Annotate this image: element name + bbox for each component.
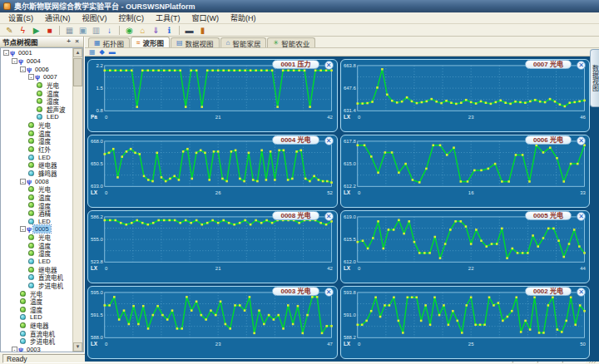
- home-icon[interactable]: ⌂: [136, 25, 149, 36]
- tab-0[interactable]: ▦拓扑图: [88, 37, 130, 47]
- chart-title: 0006 光电: [525, 135, 572, 145]
- image-icon[interactable]: ▣: [77, 25, 89, 36]
- play-icon[interactable]: ▶: [30, 25, 42, 36]
- tree-expand-icon[interactable]: -: [20, 226, 26, 232]
- chart-panel: 586.2555.0523.802142LX0008 光电✕: [87, 210, 338, 283]
- chart-close-button[interactable]: ✕: [577, 61, 586, 70]
- download-arrow-icon[interactable]: ↓: [103, 25, 116, 36]
- y-tick-label: 615.0: [343, 161, 356, 166]
- tree-expand-icon[interactable]: -: [12, 58, 17, 64]
- pin-icon[interactable]: +: [65, 38, 72, 46]
- scroll-up-icon[interactable]: ▲: [73, 48, 82, 57]
- tree-expand-icon[interactable]: -: [20, 66, 26, 72]
- sensor-icon: [20, 307, 26, 312]
- chart-close-button[interactable]: ✕: [324, 212, 334, 221]
- y-tick-label: 588.2: [343, 335, 355, 340]
- x-tick-label: 50: [580, 342, 586, 347]
- chart-close-button[interactable]: ✕: [577, 212, 586, 221]
- chart-close-button[interactable]: ✕: [324, 136, 334, 145]
- chart-grid-icon[interactable]: ▦: [89, 48, 96, 56]
- tree-item-label: 湿度: [28, 305, 44, 314]
- chart-title: 0003 光电: [272, 287, 319, 296]
- tree-scrollbar[interactable]: ▲ ▼: [72, 48, 82, 352]
- node-antenna-icon: ψ: [18, 57, 23, 65]
- x-tick-label: 42: [327, 115, 333, 120]
- menu-item-1[interactable]: 通讯(N): [39, 12, 77, 23]
- menu-item-5[interactable]: 窗口(W): [186, 12, 225, 23]
- tree-item-湿度[interactable]: 湿度: [1, 249, 72, 258]
- layout-icon[interactable]: ▦: [63, 25, 76, 36]
- x-tick-label: 26: [215, 190, 221, 195]
- sensor-icon: [37, 106, 42, 112]
- tree-item-label: 湿度: [37, 248, 52, 258]
- exit-door-icon[interactable]: ▮: [196, 25, 209, 36]
- y-tick-label: 668.0: [91, 139, 104, 144]
- y-tick-label: 1.5: [97, 86, 104, 91]
- tree-expand-icon[interactable]: -: [12, 347, 17, 352]
- scroll-thumb[interactable]: [73, 58, 82, 86]
- tree-item-光电[interactable]: 光电: [1, 81, 72, 90]
- collapse-minus-icon[interactable]: ▬: [109, 48, 116, 56]
- toolbar-separator: [59, 26, 60, 35]
- go-icon[interactable]: ◉: [123, 25, 136, 36]
- tree-item-label: LED: [45, 113, 61, 121]
- tab-4[interactable]: ✳智能农业: [267, 37, 315, 47]
- chart-close-button[interactable]: ✕: [324, 61, 334, 70]
- workspace: 节点树视图 + × -ψ0001-ψ0004-ψ0006-ψ0007光电温度湿度…: [0, 37, 599, 352]
- sensor-icon: [28, 146, 34, 152]
- tree-item-label: 0001: [17, 49, 34, 57]
- tree-item-超声波[interactable]: 超声波: [1, 105, 72, 113]
- sensor-icon: [37, 98, 42, 104]
- tree-expand-icon[interactable]: -: [3, 50, 9, 56]
- window-icon[interactable]: ▥: [90, 25, 102, 36]
- x-tick-label: 47: [327, 342, 333, 347]
- chart-close-button[interactable]: ✕: [324, 288, 334, 297]
- tree-expand-icon[interactable]: -: [20, 179, 26, 184]
- tree-item-湿度[interactable]: 湿度: [1, 306, 72, 314]
- tree-item-0007[interactable]: -ψ0007: [1, 73, 72, 81]
- scroll-down-icon[interactable]: ▼: [73, 342, 82, 352]
- x-tick-label: 0: [358, 190, 361, 195]
- lightning-icon[interactable]: ϟ: [17, 25, 29, 36]
- tree-item-label: 超声波: [45, 105, 67, 114]
- tree-item-酒精[interactable]: 酒精: [1, 209, 72, 218]
- chart-close-button[interactable]: ✕: [577, 288, 586, 297]
- menu-item-0[interactable]: 设置(S): [2, 12, 39, 23]
- info-icon[interactable]: ℹ: [163, 25, 176, 36]
- menu-item-3[interactable]: 控制(C): [113, 12, 151, 23]
- tab-1[interactable]: ≈波形图: [131, 37, 170, 47]
- x-tick-label: 21: [215, 266, 221, 271]
- main-toolbar: ✎ϟ▶■▦▣▥↓◉⌂⇓ℹ▬▮: [0, 24, 599, 37]
- docked-panel-tab[interactable]: 数据视图: [590, 49, 599, 107]
- tab-icon: ✳: [273, 39, 279, 47]
- unit-label: LX: [343, 114, 350, 120]
- tree-item-温度[interactable]: 温度: [1, 89, 72, 97]
- tree-item-红外[interactable]: 红外: [1, 145, 72, 154]
- tree-expand-icon[interactable]: -: [28, 74, 34, 80]
- sensor-icon: [28, 138, 34, 144]
- edit-pencil-icon[interactable]: ✎: [3, 25, 16, 36]
- y-tick-label: 586.2: [91, 214, 103, 219]
- keyboard-icon[interactable]: ▬: [183, 25, 196, 36]
- close-icon[interactable]: ×: [73, 38, 81, 46]
- arrow-down-icon[interactable]: ◆: [100, 48, 105, 56]
- tree-item-0006[interactable]: -ψ0006: [1, 65, 72, 73]
- sensor-icon: [28, 210, 34, 216]
- sensor-icon: [28, 267, 34, 273]
- tab-2[interactable]: ▤数据视图: [171, 37, 220, 47]
- tab-3[interactable]: ⌂智能家居: [220, 37, 267, 47]
- y-tick-label: 612.2: [343, 184, 355, 189]
- stop-icon[interactable]: ■: [43, 25, 56, 36]
- chart-close-button[interactable]: ✕: [577, 136, 586, 145]
- tree-item-LED[interactable]: LED: [1, 217, 72, 225]
- import-arrow-icon[interactable]: ⇓: [150, 25, 162, 36]
- unit-label: LX: [343, 265, 350, 271]
- menu-item-2[interactable]: 视图(V): [77, 12, 113, 23]
- menu-item-4[interactable]: 工具(T): [150, 12, 186, 23]
- tree-item-蜂鸣器[interactable]: 蜂鸣器: [1, 170, 72, 178]
- tree-item-0001[interactable]: -ψ0001: [1, 49, 72, 57]
- tree-item-0003[interactable]: -ψ0003: [1, 346, 72, 352]
- tree-item-0004[interactable]: -ψ0004: [1, 57, 72, 66]
- tree-item-步进电机[interactable]: 步进电机: [1, 337, 72, 346]
- menu-item-6[interactable]: 帮助(H): [225, 12, 262, 23]
